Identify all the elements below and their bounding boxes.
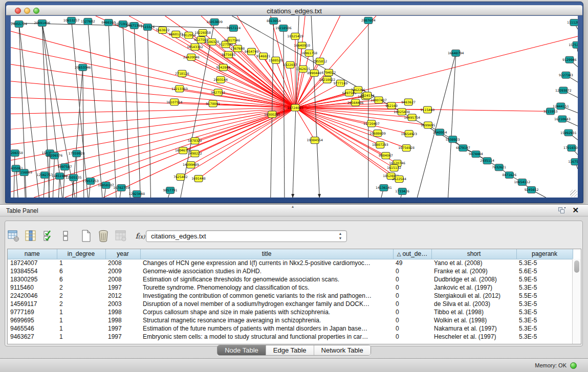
graph-node[interactable]: 15751074 [569, 41, 578, 48]
table-row[interactable]: 977716911998Corpus callosum shape and si… [8, 308, 573, 316]
graph-node[interactable]: 19384554 [307, 137, 323, 144]
graph-node[interactable]: 19218506 [275, 25, 292, 31]
graph-node[interactable]: 18300295 [264, 111, 280, 118]
graph-node[interactable]: 9242844 [216, 64, 230, 71]
column-header-in_degree[interactable]: in_degree [57, 249, 105, 259]
graph-node[interactable]: 16107554 [166, 99, 183, 105]
graph-node[interactable]: 14671355 [126, 22, 142, 29]
graph-node[interactable]: 16640910 [294, 42, 310, 49]
graph-node[interactable]: 10654112 [514, 179, 531, 186]
graph-node[interactable]: 12923448 [129, 191, 145, 198]
table-row[interactable]: 1456911722003Disruption of a novel membe… [8, 300, 573, 308]
window-titlebar[interactable]: citations_edges.txt [6, 5, 582, 15]
graph-node[interactable]: 8813054 [267, 17, 281, 24]
graph-node[interactable]: 22420046 [183, 54, 200, 60]
graph-node[interactable]: 2803144 [213, 76, 228, 83]
select-column-icon[interactable] [25, 229, 37, 243]
graph-node[interactable]: 1111204 [567, 19, 578, 26]
graph-node[interactable]: 2887604 [361, 17, 376, 24]
graph-node[interactable]: 1527602 [81, 18, 95, 25]
graph-node[interactable]: 1691448 [191, 176, 206, 182]
graph-node[interactable]: 2935114 [480, 158, 494, 164]
tab-node-table[interactable]: Node Table [217, 345, 266, 355]
graph-node[interactable]: 16958107 [98, 182, 114, 189]
graph-node[interactable]: 9227343 [559, 72, 573, 78]
graph-node[interactable]: 17359928 [69, 150, 85, 157]
graph-node[interactable]: 1588520 [269, 57, 283, 63]
graph-node[interactable]: 1167533 [568, 159, 578, 165]
graph-node[interactable]: 9699695 [421, 122, 435, 128]
network-graph[interactable]: 1872400776638228660123891295418226058912… [11, 16, 578, 198]
graph-node[interactable]: 24055724 [11, 20, 27, 27]
graph-node[interactable]: 9777169 [334, 80, 348, 86]
column-header-year[interactable]: year [105, 249, 140, 259]
table-row[interactable]: 1830029562008Estimation of significance … [8, 275, 573, 283]
graph-node[interactable]: 18807293 [372, 142, 388, 148]
column-header-pagerank[interactable]: pagerank [516, 249, 573, 259]
graph-node[interactable]: 6794022 [322, 69, 336, 76]
resize-grip-icon[interactable] [570, 190, 577, 197]
graph-node[interactable]: 17016504 [563, 145, 578, 151]
scrollbar-thumb[interactable] [574, 260, 579, 273]
graph-node[interactable]: 12342757 [37, 172, 53, 179]
graph-node[interactable]: 9245652 [525, 187, 539, 193]
table-row[interactable]: 911546021997Tourette syndrome. Phenomeno… [8, 283, 573, 292]
column-header-title[interactable]: title [140, 249, 393, 259]
table-row[interactable]: 946554611997Estimation of the future num… [8, 324, 573, 333]
graph-node[interactable]: 10025438 [394, 108, 410, 115]
column-header-out_de[interactable]: △out_de… [393, 249, 431, 259]
node-table[interactable]: namein_degreeyeartitle△out_de…shortpager… [7, 249, 581, 344]
graph-node[interactable]: 8660123 [169, 31, 183, 37]
graph-node[interactable]: 18325419 [287, 33, 303, 39]
graph-node[interactable]: 7663822 [156, 27, 170, 33]
graph-node[interactable]: 12093872 [555, 87, 572, 94]
graph-node[interactable]: 18226058 [194, 29, 211, 36]
select-rows-checks-icon[interactable] [42, 229, 54, 243]
table-row[interactable]: 1872400712008Changes of HCN gene express… [8, 259, 573, 267]
function-builder-icon[interactable]: f(x) [134, 229, 146, 243]
close-panel-icon[interactable]: ✕ [572, 206, 579, 215]
graph-node[interactable]: 7632621 [492, 164, 506, 171]
graph-node[interactable]: 15720407 [363, 120, 380, 127]
panel-drag-handle-icon[interactable]: ▴ [292, 204, 294, 209]
graph-node[interactable]: 2522544 [392, 176, 406, 183]
graph-node[interactable]: 8990448 [307, 70, 321, 76]
graph-node[interactable]: 3215953 [543, 108, 558, 115]
table-settings-icon[interactable] [7, 229, 19, 243]
graph-node[interactable]: 14136141 [376, 185, 392, 191]
column-header-short[interactable]: short [431, 249, 516, 259]
graph-node[interactable]: 9427552 [211, 89, 225, 96]
graph-node[interactable]: 16961758 [301, 50, 317, 56]
graph-node[interactable]: 16495754 [404, 114, 420, 121]
graph-node[interactable]: 962160 [385, 102, 398, 109]
column-header-name[interactable]: name [8, 249, 57, 259]
graph-node[interactable]: 9857791 [163, 187, 178, 194]
graph-node[interactable]: 1640954 [433, 129, 447, 136]
graph-node[interactable]: 20206576 [47, 152, 63, 159]
graph-node[interactable]: 9884067 [379, 152, 393, 159]
graph-node[interactable]: 7515526 [141, 24, 155, 30]
graph-node[interactable]: 19654923 [401, 130, 417, 137]
table-row[interactable]: 969969511998Structural magnetic resonanc… [8, 316, 573, 324]
graph-node[interactable]: 9170041 [206, 100, 220, 107]
table-row[interactable]: 946362711997Embryonic stem cells: a mode… [8, 333, 573, 341]
graph-node[interactable]: 9129946 [562, 56, 577, 63]
tab-edge-table[interactable]: Edge Table [266, 345, 314, 355]
network-table-select[interactable]: citations_edges.txt ▲▼ [146, 230, 347, 242]
graph-node[interactable]: 20653346 [75, 64, 91, 71]
network-canvas[interactable]: 1872400776638228660123891295418226058912… [11, 16, 578, 198]
graph-node[interactable]: 9474444 [469, 151, 483, 158]
graph-node[interactable]: 17957253 [82, 178, 99, 185]
graph-node[interactable]: 7625402 [173, 174, 188, 181]
graph-node[interactable]: 5878322 [188, 138, 202, 144]
graph-node[interactable]: 1615132 [387, 165, 401, 171]
graph-node[interactable]: 16053809 [206, 18, 223, 25]
graph-node[interactable]: 7857224 [227, 25, 241, 31]
table-vertical-scrollbar[interactable] [572, 259, 581, 344]
graph-node[interactable]: 7955812 [313, 58, 327, 64]
float-panel-icon[interactable] [558, 207, 565, 214]
graph-node[interactable]: 15992931 [560, 129, 577, 136]
graph-node[interactable]: 16210643 [554, 116, 571, 122]
graph-node[interactable]: 20691406 [34, 19, 51, 26]
graph-node[interactable]: 1498222 [188, 150, 202, 157]
